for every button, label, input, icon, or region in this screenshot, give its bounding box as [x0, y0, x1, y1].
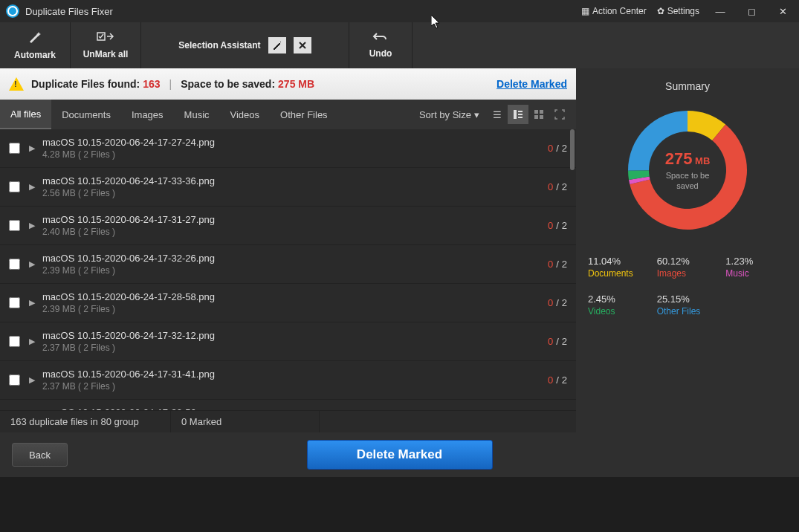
gear-icon: ✿: [657, 6, 664, 16]
file-count: 0/2: [548, 336, 567, 347]
close-button[interactable]: ✕: [772, 4, 793, 19]
status-groups: 163 duplicate files in 80 group: [0, 411, 171, 432]
svg-rect-6: [540, 110, 543, 114]
file-name: macOS 10.15-2020-06-24-17-27-24.png: [42, 137, 548, 148]
stat-item: 25.15% Other Files: [657, 293, 719, 317]
file-count: 0/2: [548, 259, 567, 270]
undo-button[interactable]: Undo: [349, 22, 413, 68]
file-row[interactable]: ▶ macOS 10.15-2020-06-24-17-32-12.png 2.…: [0, 322, 576, 361]
expand-icon[interactable]: ▶: [29, 298, 35, 308]
file-row[interactable]: ▶ macOS 10.15-2020-06-24-17-31-41.png 2.…: [0, 361, 576, 400]
stat-pct: 60.12%: [657, 256, 719, 267]
file-meta: 2.37 MB ( 2 Files ): [42, 381, 548, 392]
tab-videos[interactable]: Videos: [220, 100, 271, 129]
infobar: Duplicate Files found: 163 | Space to be…: [0, 68, 576, 100]
file-row[interactable]: ▶ macOS 10.15-2020-06-24-17-32-26.png 2.…: [0, 245, 576, 284]
space-saved-label: Space to be saved:: [181, 78, 275, 90]
file-row[interactable]: ▶ macOS 10.15-2020-06-24-17-33-36.png 2.…: [0, 168, 576, 207]
file-checkbox[interactable]: [9, 374, 20, 386]
unmark-all-button[interactable]: UnMark all: [71, 22, 141, 68]
file-name: macOS 10.15-2020-06-24-17-32-26.png: [42, 253, 548, 264]
expand-icon[interactable]: ▶: [29, 143, 35, 153]
delete-marked-button[interactable]: Delete Marked: [307, 440, 493, 470]
stat-pct: 25.15%: [657, 293, 719, 305]
back-button[interactable]: Back: [12, 443, 68, 467]
expand-icon[interactable]: ▶: [29, 375, 35, 385]
minimize-button[interactable]: —: [710, 4, 731, 19]
donut-chart: 275 MB Space to besaved: [624, 107, 751, 233]
expand-icon[interactable]: ▶: [29, 259, 35, 269]
file-name: macOS 10.15-2020-06-24-17-32-56.png: [42, 407, 548, 410]
file-checkbox[interactable]: [9, 143, 20, 154]
view-grid-icon[interactable]: [528, 105, 549, 124]
file-name: macOS 10.15-2020-06-24-17-32-12.png: [42, 330, 548, 341]
expand-icon[interactable]: ▶: [29, 182, 35, 192]
file-checkbox[interactable]: [9, 297, 20, 308]
donut-value: 275: [665, 149, 693, 168]
file-meta: 4.28 MB ( 2 Files ): [42, 149, 548, 160]
separator: |: [169, 78, 172, 90]
scrollbar-thumb[interactable]: [570, 129, 575, 170]
selection-assistant: Selection Assistant: [141, 22, 349, 68]
stat-pct: 2.45%: [588, 293, 650, 305]
expand-icon[interactable]: ▶: [29, 337, 35, 346]
stat-item: 2.45% Videos: [588, 293, 650, 317]
svg-rect-1: [514, 110, 517, 119]
dup-found-label: Duplicate Files found:: [31, 78, 140, 90]
file-checkbox[interactable]: [9, 220, 20, 231]
fullscreen-icon[interactable]: [549, 105, 570, 124]
tab-all-files[interactable]: All files: [0, 100, 51, 129]
file-row[interactable]: ▶ macOS 10.15-2020-06-24-17-31-27.png 2.…: [0, 207, 576, 245]
file-row[interactable]: ▶ macOS 10.15-2020-06-24-17-32-56.png 2.…: [0, 400, 576, 410]
action-center-label: Action Center: [592, 6, 647, 16]
stat-label: Images: [657, 268, 719, 279]
app-title: Duplicate Files Fixer: [25, 6, 581, 17]
file-count: 0/2: [548, 297, 567, 308]
app-icon: [6, 4, 19, 18]
tab-other-files[interactable]: Other Files: [270, 100, 338, 129]
file-meta: 2.39 MB ( 2 Files ): [42, 304, 548, 314]
file-checkbox[interactable]: [9, 181, 20, 192]
stat-label: Documents: [588, 268, 650, 279]
automark-label: Automark: [14, 50, 56, 60]
view-list-icon[interactable]: ☰: [487, 105, 508, 124]
stat-item: 11.04% Documents: [588, 256, 650, 279]
selection-assistant-label: Selection Assistant: [178, 40, 260, 51]
tab-images[interactable]: Images: [121, 100, 174, 129]
stat-label: Music: [725, 268, 787, 279]
summary-panel: Summary 275 MB Space to besaved 11.04% D…: [576, 68, 799, 432]
file-row[interactable]: ▶ macOS 10.15-2020-06-24-17-27-24.png 4.…: [0, 129, 576, 168]
status-bar: 163 duplicate files in 80 group 0 Marked: [0, 410, 576, 432]
assist-tools-2-button[interactable]: [294, 37, 311, 53]
file-checkbox[interactable]: [9, 259, 20, 270]
grid-icon: ▦: [581, 6, 589, 16]
bottom-bar: Back Delete Marked: [0, 432, 799, 477]
dup-found-count: 163: [143, 78, 160, 90]
file-list: ▶ macOS 10.15-2020-06-24-17-27-24.png 4.…: [0, 129, 576, 410]
unmark-all-label: UnMark all: [83, 49, 129, 59]
toolbar: Automark UnMark all Selection Assistant …: [0, 22, 799, 68]
tab-row: All files Documents Images Music Videos …: [0, 100, 576, 129]
settings-button[interactable]: ✿ Settings: [657, 6, 699, 16]
svg-rect-5: [534, 110, 538, 114]
automark-button[interactable]: Automark: [0, 22, 71, 68]
assist-tools-1-button[interactable]: [268, 37, 286, 53]
sort-dropdown[interactable]: Sort by Size ▾: [419, 109, 479, 120]
file-count: 0/2: [548, 220, 567, 231]
action-center-button[interactable]: ▦ Action Center: [581, 6, 647, 16]
file-checkbox[interactable]: [9, 336, 20, 347]
svg-rect-8: [540, 115, 543, 119]
file-row[interactable]: ▶ macOS 10.15-2020-06-24-17-28-58.png 2.…: [0, 284, 576, 322]
titlebar: Duplicate Files Fixer ▦ Action Center ✿ …: [0, 0, 799, 22]
summary-title: Summary: [588, 80, 787, 92]
uncheck-icon: [97, 31, 114, 46]
maximize-button[interactable]: ◻: [741, 4, 762, 19]
expand-icon[interactable]: ▶: [29, 221, 35, 230]
tab-documents[interactable]: Documents: [51, 100, 121, 129]
delete-marked-link[interactable]: Delete Marked: [496, 78, 567, 90]
svg-rect-2: [518, 111, 523, 112]
view-details-icon[interactable]: [508, 105, 528, 124]
stat-item: 60.12% Images: [657, 256, 719, 279]
tab-music[interactable]: Music: [174, 100, 220, 129]
donut-unit: MB: [695, 155, 710, 166]
